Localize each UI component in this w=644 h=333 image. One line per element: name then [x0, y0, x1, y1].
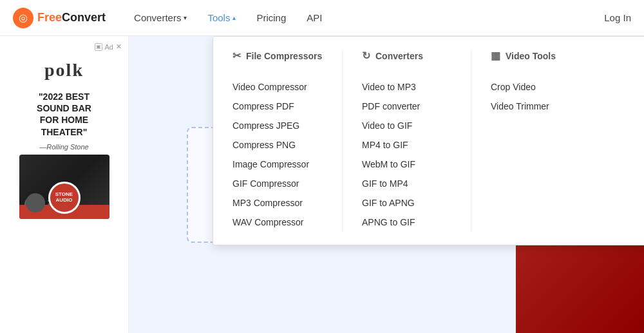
nav-converters[interactable]: Converters ▾: [125, 7, 196, 28]
video-tools-header: ▦ Video Tools: [491, 50, 580, 67]
navbar: ◎ FreeConvert Converters ▾ Tools ▴ Prici…: [0, 0, 644, 36]
dropdown-col-video-tools: ▦ Video Tools Crop Video Video Trimmer: [471, 50, 600, 232]
item-mp4-gif[interactable]: MP4 to GIF: [362, 135, 451, 155]
compressors-header: ✂ File Compressors: [232, 50, 323, 67]
ad-speaker-image: STONEAUDIO: [19, 155, 109, 219]
nav-pricing[interactable]: Pricing: [247, 7, 295, 28]
dropdown-col-converters: ↻ Converters Video to MP3 PDF converter …: [342, 50, 471, 232]
item-video-mp3[interactable]: Video to MP3: [362, 77, 451, 97]
converters-header: ↻ Converters: [362, 50, 451, 67]
item-gif-compressor[interactable]: GIF Compressor: [232, 174, 323, 193]
converters-caret-icon: ▾: [184, 14, 187, 21]
video-tools-icon: ▦: [491, 50, 500, 62]
item-image-compressor[interactable]: Image Compressor: [232, 155, 323, 174]
nav-tools[interactable]: Tools ▴: [198, 7, 245, 28]
dropdown-col-compressors: ✂ File Compressors Video Compressor Comp…: [213, 50, 342, 232]
item-apng-gif[interactable]: APNG to GIF: [362, 213, 451, 232]
item-webm-gif[interactable]: WebM to GIF: [362, 155, 451, 174]
ad-headline: "2022 BESTSOUND BARFOR HOMETHEATER": [37, 91, 91, 138]
nav-api[interactable]: API: [298, 7, 331, 28]
item-compress-pdf[interactable]: Compress PDF: [232, 97, 323, 116]
nav-login[interactable]: Log In: [604, 12, 631, 23]
item-compress-png[interactable]: Compress PNG: [232, 135, 323, 155]
item-wav-compressor[interactable]: WAV Compressor: [232, 213, 323, 232]
ad-content: polk "2022 BESTSOUND BARFOR HOMETHEATER"…: [13, 55, 116, 219]
item-mp3-compressor[interactable]: MP3 Compressor: [232, 193, 323, 213]
nav-items: Converters ▾ Tools ▴ Pricing API: [125, 7, 604, 28]
ad-panel-left: ▣ Ad ✕ polk "2022 BESTSOUND BARFOR HOMET…: [0, 36, 129, 333]
item-crop-video[interactable]: Crop Video: [491, 77, 580, 97]
ad-brand: polk: [44, 60, 84, 81]
item-video-trimmer[interactable]: Video Trimmer: [491, 97, 580, 116]
item-gif-apng[interactable]: GIF to APNG: [362, 193, 451, 213]
item-pdf-converter[interactable]: PDF converter: [362, 97, 451, 116]
item-video-compressor[interactable]: Video Compressor: [232, 77, 323, 97]
logo-icon: ◎: [13, 8, 33, 28]
tools-dropdown: ✂ File Compressors Video Compressor Comp…: [213, 36, 644, 245]
tools-caret-icon: ▴: [232, 14, 236, 21]
ad-box-icon: ▣: [95, 43, 102, 51]
compressors-icon: ✂: [232, 50, 241, 62]
item-compress-jpeg[interactable]: Compress JPEG: [232, 116, 323, 135]
converters-col-icon: ↻: [362, 50, 370, 62]
item-gif-mp4[interactable]: GIF to MP4: [362, 174, 451, 193]
logo-text: FreeConvert: [37, 11, 106, 24]
item-video-gif[interactable]: Video to GIF: [362, 116, 451, 135]
ad-badge: ▣ Ad ✕: [95, 43, 122, 51]
ad-attribution: —Rolling Stone: [39, 143, 88, 151]
logo[interactable]: ◎ FreeConvert: [13, 8, 106, 28]
